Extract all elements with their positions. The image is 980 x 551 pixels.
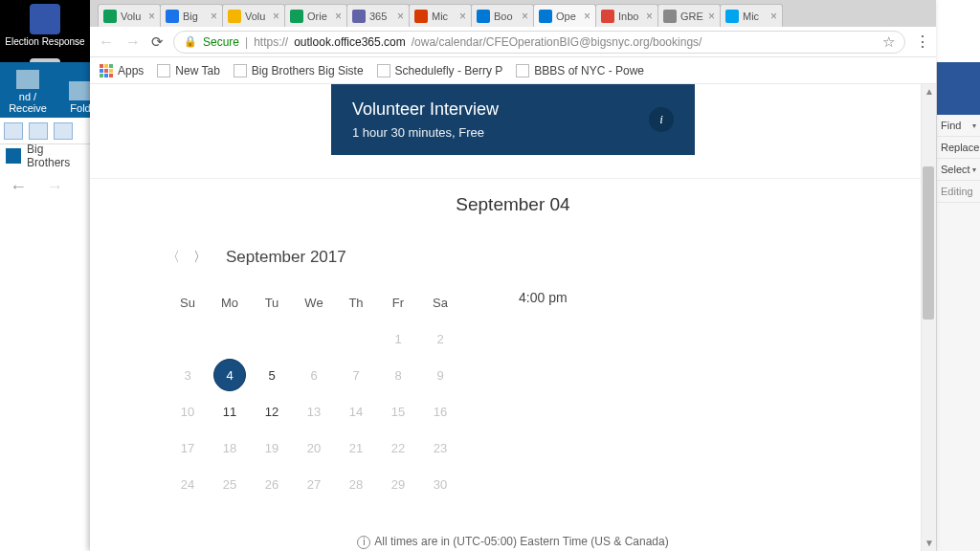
word-titlebar <box>937 62 980 115</box>
calendar-day[interactable]: 26 <box>251 466 293 502</box>
calendar-day[interactable]: 25 <box>209 466 251 502</box>
scroll-up-icon[interactable]: ▲ <box>922 84 936 99</box>
forward-arrow-icon[interactable]: → <box>46 177 63 197</box>
bookmark-favicon <box>157 64 170 77</box>
calendar-day[interactable]: 8 <box>377 357 419 393</box>
calendar-day[interactable]: 4 <box>209 357 251 393</box>
forward-button[interactable]: → <box>124 33 142 51</box>
calendar-day[interactable]: 19 <box>251 430 293 466</box>
calendar-day[interactable]: 5 <box>251 357 293 393</box>
ribbon-group[interactable]: Fold <box>69 81 92 114</box>
calendar-day[interactable]: 27 <box>293 466 335 502</box>
close-tab-icon[interactable]: × <box>708 10 715 23</box>
browser-tab[interactable]: 365× <box>346 4 410 27</box>
bookmark-item[interactable]: BBBS of NYC - Powe <box>516 64 644 77</box>
browser-tab[interactable]: Mic× <box>720 4 783 27</box>
close-tab-icon[interactable]: × <box>584 10 590 23</box>
address-bar[interactable]: 🔒 Secure | https://outlook.office365.com… <box>173 31 905 54</box>
calendar-day <box>335 320 377 357</box>
back-arrow-icon[interactable]: ← <box>10 177 27 197</box>
bookmark-item[interactable]: Schedulefly - Berry P <box>377 64 503 77</box>
apps-button[interactable]: Apps <box>100 64 144 77</box>
browser-tab[interactable]: Boo× <box>471 4 534 27</box>
browser-tab[interactable]: Mic× <box>409 4 472 27</box>
calendar-day[interactable]: 23 <box>419 430 461 466</box>
browser-tab[interactable]: Volu× <box>98 4 161 27</box>
calendar-day[interactable]: 9 <box>419 357 461 393</box>
timezone-text: All times are in (UTC-05:00) Eastern Tim… <box>374 535 668 548</box>
favicon <box>725 10 739 23</box>
word-find[interactable]: Find▾ <box>937 115 980 137</box>
calendar-day[interactable]: 1 <box>377 320 419 357</box>
calendar-day[interactable]: 30 <box>419 466 461 502</box>
calendar-day[interactable]: 7 <box>335 357 377 393</box>
chrome-browser-window: Volu×Big×Volu×Orie×365×Mic×Boo×Ope×Inbo×… <box>90 0 936 551</box>
calendar-day[interactable]: 13 <box>293 393 335 430</box>
browser-tab[interactable]: Inbo× <box>595 4 658 27</box>
tab-label: Big <box>183 11 198 22</box>
ribbon-button[interactable] <box>29 122 48 140</box>
calendar-day[interactable]: 17 <box>167 430 209 466</box>
calendar-day[interactable]: 3 <box>167 357 209 393</box>
calendar-day[interactable]: 2 <box>419 320 461 357</box>
calendar-day[interactable]: 22 <box>377 430 419 466</box>
browser-tab[interactable]: Orie× <box>284 4 347 27</box>
url-host: outlook.office365.com <box>294 35 406 49</box>
bookmark-star-icon[interactable]: ☆ <box>882 33 895 51</box>
service-title: Volunteer Interview <box>352 99 499 120</box>
close-tab-icon[interactable]: × <box>770 10 777 23</box>
tab-label: Ope <box>556 11 576 22</box>
close-tab-icon[interactable]: × <box>522 10 528 23</box>
browser-tab[interactable]: Ope× <box>533 4 596 27</box>
calendar-day[interactable]: 20 <box>293 430 335 466</box>
outlook-folder-tab[interactable]: Big Brothers <box>0 144 96 167</box>
close-tab-icon[interactable]: × <box>459 10 466 23</box>
bookmarks-bar: Apps New TabBig Brothers Big SisteSchedu… <box>90 57 936 84</box>
close-tab-icon[interactable]: × <box>397 10 404 23</box>
calendar-day[interactable]: 14 <box>335 393 377 430</box>
close-tab-icon[interactable]: × <box>273 10 279 23</box>
calendar-day[interactable]: 21 <box>335 430 377 466</box>
ribbon-group[interactable]: nd / Receive <box>4 70 52 114</box>
calendar-day[interactable]: 12 <box>251 393 293 430</box>
bookmark-item[interactable]: Big Brothers Big Siste <box>234 64 364 77</box>
ribbon-button[interactable] <box>54 122 73 140</box>
info-icon[interactable]: i <box>649 107 674 132</box>
calendar-week-row: 12 <box>167 320 461 357</box>
desktop-icon[interactable]: Election Response <box>0 0 90 49</box>
calendar: 〈 〉 September 2017 SuMoTuWeThFrSa 123456… <box>167 248 461 502</box>
selected-date-heading: September 04 <box>90 194 936 215</box>
next-month-icon[interactable]: 〉 <box>193 249 207 266</box>
browser-tab[interactable]: GRE× <box>657 4 721 27</box>
scroll-down-icon[interactable]: ▼ <box>922 536 936 551</box>
time-slot[interactable]: 4:00 pm <box>519 288 568 307</box>
service-card[interactable]: Volunteer Interview 1 hour 30 minutes, F… <box>331 84 695 155</box>
browser-tab[interactable]: Volu× <box>222 4 285 27</box>
close-tab-icon[interactable]: × <box>646 10 653 23</box>
calendar-week-row: 17181920212223 <box>167 430 461 466</box>
close-tab-icon[interactable]: × <box>148 10 155 23</box>
browser-tab[interactable]: Big× <box>160 4 223 27</box>
calendar-day[interactable]: 15 <box>377 393 419 430</box>
ribbon-button[interactable] <box>4 122 23 140</box>
close-tab-icon[interactable]: × <box>335 10 342 23</box>
reload-button[interactable]: ⟳ <box>151 33 164 51</box>
calendar-day[interactable]: 29 <box>377 466 419 502</box>
bookmark-item[interactable]: New Tab <box>157 64 219 77</box>
close-tab-icon[interactable]: × <box>211 10 217 23</box>
vertical-scrollbar[interactable]: ▲ ▼ <box>921 84 936 551</box>
favicon <box>228 10 241 23</box>
calendar-day[interactable]: 10 <box>167 393 209 430</box>
calendar-day[interactable]: 11 <box>209 393 251 430</box>
calendar-day[interactable]: 18 <box>209 430 251 466</box>
calendar-day[interactable]: 28 <box>335 466 377 502</box>
word-select[interactable]: Select▾ <box>937 159 980 181</box>
back-button[interactable]: ← <box>98 33 115 51</box>
calendar-day[interactable]: 16 <box>419 393 461 430</box>
scroll-thumb[interactable] <box>923 166 934 320</box>
chrome-menu-icon[interactable]: ⋮ <box>915 33 928 51</box>
word-replace[interactable]: Replace <box>937 137 980 159</box>
calendar-day[interactable]: 24 <box>167 466 209 502</box>
calendar-day[interactable]: 6 <box>293 357 335 393</box>
prev-month-icon[interactable]: 〈 <box>167 249 180 266</box>
